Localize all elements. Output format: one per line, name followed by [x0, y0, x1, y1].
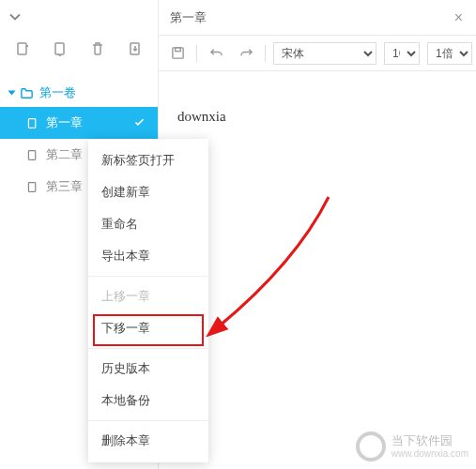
chapter-label: 第三章 [46, 178, 83, 195]
tab-close-button[interactable]: × [449, 9, 468, 26]
export-icon[interactable] [116, 36, 154, 62]
line-height-select[interactable]: 1倍行距 [427, 42, 472, 65]
volume-item[interactable]: 第一卷 [0, 79, 158, 107]
tab-bar: 第一章 × [159, 0, 476, 36]
chapter-label: 第二章 [46, 146, 83, 163]
doc-icon [26, 149, 38, 161]
watermark-name: 当下软件园 [392, 434, 468, 447]
save-button[interactable] [166, 42, 189, 65]
svg-rect-7 [175, 48, 180, 52]
expand-chevron[interactable] [6, 8, 24, 26]
svg-rect-5 [28, 182, 35, 191]
font-size-select[interactable]: 16 [384, 42, 420, 65]
svg-rect-3 [28, 118, 35, 128]
delete-icon[interactable] [79, 36, 116, 62]
menu-separator [88, 348, 208, 349]
new-folder-icon[interactable] [41, 36, 79, 62]
new-doc-icon[interactable] [4, 36, 41, 62]
context-menu: 新标签页打开 创建新章 重命名 导出本章 上移一章 下移一章 历史版本 本地备份… [88, 139, 208, 462]
menu-separator [88, 420, 208, 421]
menu-rename[interactable]: 重命名 [88, 208, 208, 240]
svg-rect-0 [18, 43, 26, 54]
svg-rect-4 [28, 150, 35, 159]
watermark: 当下软件园 www.downxia.com [356, 431, 468, 461]
chapter-label: 第一章 [46, 114, 83, 131]
svg-rect-1 [55, 43, 64, 54]
separator [196, 45, 197, 62]
doc-icon [26, 181, 38, 193]
menu-open-new-tab[interactable]: 新标签页打开 [88, 144, 208, 176]
watermark-url: www.downxia.com [392, 448, 468, 459]
menu-delete[interactable]: 删除本章 [88, 425, 208, 457]
menu-separator [88, 276, 208, 277]
tab-title[interactable]: 第一章 [170, 9, 207, 26]
doc-icon [26, 117, 38, 129]
menu-create-chapter[interactable]: 创建新章 [88, 176, 208, 208]
volume-label: 第一卷 [39, 84, 76, 101]
font-select[interactable]: 宋体 [273, 42, 376, 65]
folder-icon [20, 86, 34, 100]
menu-export[interactable]: 导出本章 [88, 240, 208, 272]
chapter-item-active[interactable]: 第一章 [0, 107, 158, 139]
menu-move-up: 上移一章 [88, 280, 208, 312]
watermark-logo-icon [356, 431, 386, 461]
menu-history[interactable]: 历史版本 [88, 353, 208, 385]
redo-button[interactable] [235, 42, 257, 65]
undo-button[interactable] [205, 42, 227, 65]
svg-rect-6 [172, 48, 182, 58]
sidebar-toolbar [0, 26, 158, 79]
check-icon [133, 116, 146, 129]
editor-toolbar: 宋体 16 1倍行距 [159, 36, 476, 71]
menu-local-backup[interactable]: 本地备份 [88, 385, 208, 416]
caret-down-icon [8, 91, 16, 96]
menu-move-down[interactable]: 下移一章 [88, 312, 208, 344]
separator [265, 45, 266, 62]
